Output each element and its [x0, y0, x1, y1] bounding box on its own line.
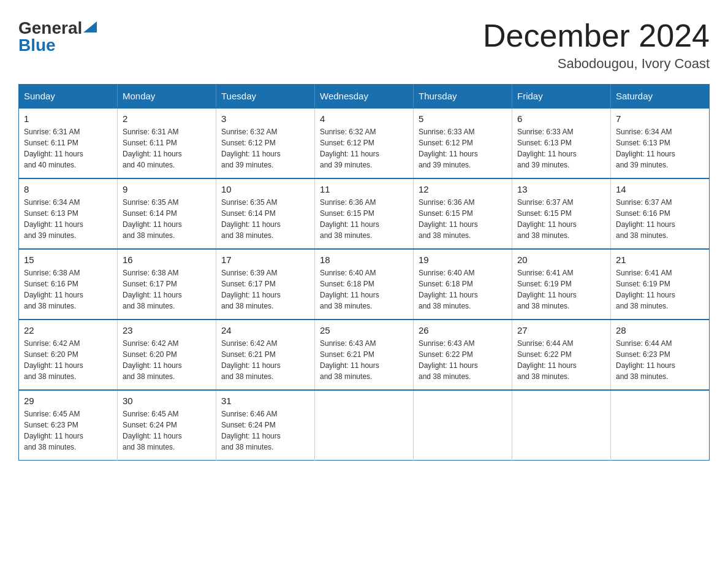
day-info: Sunrise: 6:31 AM Sunset: 6:11 PM Dayligh…	[24, 126, 112, 170]
day-info: Sunrise: 6:36 AM Sunset: 6:15 PM Dayligh…	[419, 197, 507, 241]
week-row-5: 29 Sunrise: 6:45 AM Sunset: 6:23 PM Dayl…	[19, 390, 710, 461]
day-number: 1	[24, 113, 112, 124]
day-info: Sunrise: 6:34 AM Sunset: 6:13 PM Dayligh…	[616, 126, 704, 170]
day-cell: 2 Sunrise: 6:31 AM Sunset: 6:11 PM Dayli…	[118, 108, 216, 178]
page-header: General Blue December 2024 Sabodougou, I…	[18, 18, 710, 72]
day-cell: 19 Sunrise: 6:40 AM Sunset: 6:18 PM Dayl…	[414, 249, 512, 320]
day-info: Sunrise: 6:38 AM Sunset: 6:16 PM Dayligh…	[24, 267, 112, 312]
day-cell: 27 Sunrise: 6:44 AM Sunset: 6:22 PM Dayl…	[512, 320, 611, 390]
day-number: 26	[419, 325, 507, 335]
day-cell: 23 Sunrise: 6:42 AM Sunset: 6:20 PM Dayl…	[118, 320, 216, 390]
day-cell: 21 Sunrise: 6:41 AM Sunset: 6:19 PM Dayl…	[611, 249, 710, 320]
day-number: 27	[517, 325, 605, 335]
week-row-2: 8 Sunrise: 6:34 AM Sunset: 6:13 PM Dayli…	[19, 178, 710, 249]
col-header-tuesday: Tuesday	[216, 85, 315, 109]
day-cell: 12 Sunrise: 6:36 AM Sunset: 6:15 PM Dayl…	[414, 178, 512, 249]
day-cell: 17 Sunrise: 6:39 AM Sunset: 6:17 PM Dayl…	[216, 249, 315, 320]
day-number: 18	[320, 255, 408, 265]
day-cell: 6 Sunrise: 6:33 AM Sunset: 6:13 PM Dayli…	[512, 108, 611, 178]
svg-marker-0	[83, 21, 97, 33]
day-number: 11	[320, 184, 408, 194]
day-cell	[512, 390, 611, 461]
logo-triangle-icon	[83, 21, 97, 33]
day-info: Sunrise: 6:42 AM Sunset: 6:20 PM Dayligh…	[24, 338, 112, 382]
day-cell: 13 Sunrise: 6:37 AM Sunset: 6:15 PM Dayl…	[512, 178, 611, 249]
day-info: Sunrise: 6:46 AM Sunset: 6:24 PM Dayligh…	[221, 408, 309, 453]
logo-blue-text: Blue	[18, 36, 56, 55]
day-cell: 26 Sunrise: 6:43 AM Sunset: 6:22 PM Dayl…	[414, 320, 512, 390]
day-info: Sunrise: 6:45 AM Sunset: 6:24 PM Dayligh…	[123, 408, 211, 453]
day-cell: 4 Sunrise: 6:32 AM Sunset: 6:12 PM Dayli…	[315, 108, 414, 178]
day-info: Sunrise: 6:35 AM Sunset: 6:14 PM Dayligh…	[221, 197, 309, 241]
day-info: Sunrise: 6:42 AM Sunset: 6:20 PM Dayligh…	[123, 338, 211, 382]
week-row-3: 15 Sunrise: 6:38 AM Sunset: 6:16 PM Dayl…	[19, 249, 710, 320]
col-header-monday: Monday	[118, 85, 216, 109]
day-info: Sunrise: 6:31 AM Sunset: 6:11 PM Dayligh…	[123, 126, 211, 170]
day-cell: 28 Sunrise: 6:44 AM Sunset: 6:23 PM Dayl…	[611, 320, 710, 390]
logo: General Blue	[18, 18, 97, 55]
day-info: Sunrise: 6:45 AM Sunset: 6:23 PM Dayligh…	[24, 408, 112, 453]
day-cell: 1 Sunrise: 6:31 AM Sunset: 6:11 PM Dayli…	[19, 108, 118, 178]
week-row-1: 1 Sunrise: 6:31 AM Sunset: 6:11 PM Dayli…	[19, 108, 710, 178]
day-number: 8	[24, 184, 112, 194]
day-number: 10	[221, 184, 309, 194]
day-info: Sunrise: 6:38 AM Sunset: 6:17 PM Dayligh…	[123, 267, 211, 312]
day-number: 9	[123, 184, 211, 194]
day-cell: 8 Sunrise: 6:34 AM Sunset: 6:13 PM Dayli…	[19, 178, 118, 249]
day-info: Sunrise: 6:40 AM Sunset: 6:18 PM Dayligh…	[419, 267, 507, 312]
day-info: Sunrise: 6:41 AM Sunset: 6:19 PM Dayligh…	[517, 267, 605, 312]
day-number: 5	[419, 113, 507, 124]
day-cell: 30 Sunrise: 6:45 AM Sunset: 6:24 PM Dayl…	[118, 390, 216, 461]
day-number: 16	[123, 255, 211, 265]
day-number: 7	[616, 113, 704, 124]
calendar-table: SundayMondayTuesdayWednesdayThursdayFrid…	[18, 84, 710, 461]
day-number: 24	[221, 325, 309, 335]
day-info: Sunrise: 6:33 AM Sunset: 6:13 PM Dayligh…	[517, 126, 605, 170]
day-number: 3	[221, 113, 309, 124]
day-cell: 20 Sunrise: 6:41 AM Sunset: 6:19 PM Dayl…	[512, 249, 611, 320]
col-header-thursday: Thursday	[414, 85, 512, 109]
day-number: 22	[24, 325, 112, 335]
day-number: 31	[221, 396, 309, 406]
day-info: Sunrise: 6:35 AM Sunset: 6:14 PM Dayligh…	[123, 197, 211, 241]
day-number: 23	[123, 325, 211, 335]
day-info: Sunrise: 6:40 AM Sunset: 6:18 PM Dayligh…	[320, 267, 408, 312]
day-cell: 22 Sunrise: 6:42 AM Sunset: 6:20 PM Dayl…	[19, 320, 118, 390]
day-number: 4	[320, 113, 408, 124]
day-cell: 25 Sunrise: 6:43 AM Sunset: 6:21 PM Dayl…	[315, 320, 414, 390]
day-cell	[315, 390, 414, 461]
day-cell: 16 Sunrise: 6:38 AM Sunset: 6:17 PM Dayl…	[118, 249, 216, 320]
day-info: Sunrise: 6:37 AM Sunset: 6:15 PM Dayligh…	[517, 197, 605, 241]
day-info: Sunrise: 6:34 AM Sunset: 6:13 PM Dayligh…	[24, 197, 112, 241]
day-number: 19	[419, 255, 507, 265]
day-cell	[611, 390, 710, 461]
day-number: 21	[616, 255, 704, 265]
day-number: 12	[419, 184, 507, 194]
day-number: 6	[517, 113, 605, 124]
day-info: Sunrise: 6:44 AM Sunset: 6:23 PM Dayligh…	[616, 338, 704, 382]
day-info: Sunrise: 6:36 AM Sunset: 6:15 PM Dayligh…	[320, 197, 408, 241]
day-info: Sunrise: 6:32 AM Sunset: 6:12 PM Dayligh…	[221, 126, 309, 170]
col-header-wednesday: Wednesday	[315, 85, 414, 109]
day-info: Sunrise: 6:43 AM Sunset: 6:22 PM Dayligh…	[419, 338, 507, 382]
day-info: Sunrise: 6:43 AM Sunset: 6:21 PM Dayligh…	[320, 338, 408, 382]
day-cell: 3 Sunrise: 6:32 AM Sunset: 6:12 PM Dayli…	[216, 108, 315, 178]
day-number: 14	[616, 184, 704, 194]
day-number: 29	[24, 396, 112, 406]
day-info: Sunrise: 6:42 AM Sunset: 6:21 PM Dayligh…	[221, 338, 309, 382]
day-cell: 29 Sunrise: 6:45 AM Sunset: 6:23 PM Dayl…	[19, 390, 118, 461]
day-info: Sunrise: 6:39 AM Sunset: 6:17 PM Dayligh…	[221, 267, 309, 312]
day-cell: 15 Sunrise: 6:38 AM Sunset: 6:16 PM Dayl…	[19, 249, 118, 320]
day-number: 17	[221, 255, 309, 265]
day-info: Sunrise: 6:37 AM Sunset: 6:16 PM Dayligh…	[616, 197, 704, 241]
week-row-4: 22 Sunrise: 6:42 AM Sunset: 6:20 PM Dayl…	[19, 320, 710, 390]
day-number: 15	[24, 255, 112, 265]
day-number: 30	[123, 396, 211, 406]
day-number: 13	[517, 184, 605, 194]
month-title: December 2024	[483, 18, 710, 53]
day-cell: 31 Sunrise: 6:46 AM Sunset: 6:24 PM Dayl…	[216, 390, 315, 461]
day-cell: 9 Sunrise: 6:35 AM Sunset: 6:14 PM Dayli…	[118, 178, 216, 249]
location-text: Sabodougou, Ivory Coast	[483, 56, 710, 72]
day-cell: 10 Sunrise: 6:35 AM Sunset: 6:14 PM Dayl…	[216, 178, 315, 249]
calendar-header-row: SundayMondayTuesdayWednesdayThursdayFrid…	[19, 85, 710, 109]
